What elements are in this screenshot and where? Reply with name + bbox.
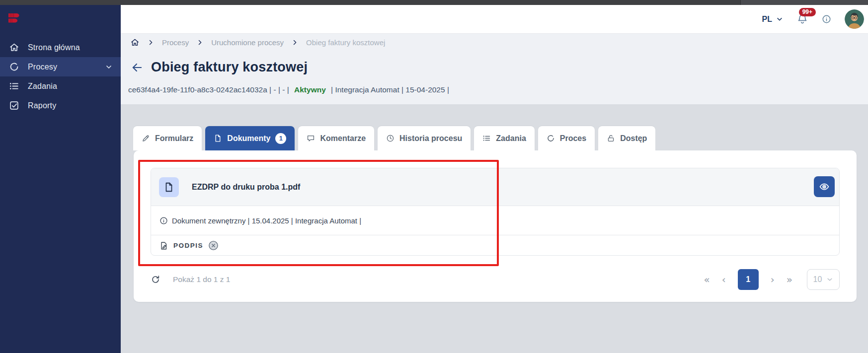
chevron-down-icon <box>105 63 113 71</box>
tab-label: Komentarze <box>320 134 366 143</box>
refresh-icon <box>151 275 160 284</box>
next-page-button[interactable]: › <box>771 275 775 284</box>
breadcrumb-item-uruchomione-procesy[interactable]: Uruchomione procesy <box>211 38 284 47</box>
process-meta: | Integracja Automat | 15-04-2025 | <box>331 85 449 94</box>
breadcrumb-item-procesy[interactable]: Procesy <box>162 38 189 47</box>
current-page-button[interactable]: 1 <box>738 269 759 290</box>
sidebar-item-label: Strona główna <box>28 43 113 52</box>
preview-document-button[interactable] <box>814 176 835 197</box>
tab-label: Zadania <box>496 134 526 143</box>
notifications-badge: 99+ <box>799 8 816 16</box>
document-header-row: EZDRP do druku proba 1.pdf <box>151 168 839 206</box>
brand-flag-icon <box>7 12 22 29</box>
process-id: ce63f4a4-19fe-11f0-a8c3-0242ac14032a | -… <box>128 85 289 94</box>
page-title: Obieg faktury kosztowej <box>151 60 308 75</box>
back-button[interactable] <box>131 61 144 74</box>
language-label: PL <box>762 15 772 24</box>
status-badge: Aktywny <box>294 85 326 94</box>
pagination-controls: « ‹ 1 › » 10 <box>704 269 840 290</box>
signature-icon <box>159 241 168 250</box>
sidebar: Strona głównaProcesyZadaniaRaporty <box>0 5 121 353</box>
avatar-image <box>845 9 864 29</box>
title-row: Obieg faktury kosztowej <box>131 60 308 75</box>
sidebar-item-strona-glowna[interactable]: Strona główna <box>0 38 121 57</box>
sidebar-item-label: Procesy <box>28 63 105 71</box>
tab-count-badge: 1 <box>275 133 286 144</box>
signature-label: PODPIS <box>173 242 203 249</box>
tasks-icon <box>9 81 19 91</box>
browser-top-strip <box>0 0 868 5</box>
breadcrumb-item-obieg-faktury-kosztowej: Obieg faktury kosztowej <box>306 38 385 47</box>
eye-icon <box>819 181 830 192</box>
tab-label: Dokumenty <box>227 134 270 143</box>
tab-dokumenty[interactable]: Dokumenty1 <box>205 126 295 150</box>
previous-page-button[interactable]: ‹ <box>722 275 726 284</box>
app-logo[interactable] <box>7 12 22 29</box>
sidebar-item-raporty[interactable]: Raporty <box>0 96 121 115</box>
tab-bar: FormularzDokumenty1KomentarzeHistoria pr… <box>133 126 655 150</box>
tab-label: Dostęp <box>620 134 647 143</box>
process-icon <box>9 62 19 72</box>
chevron-right-icon <box>197 39 203 46</box>
notifications-button[interactable]: 99+ <box>796 13 808 25</box>
document-card: EZDRP do druku proba 1.pdf Dokument zewn… <box>151 168 840 256</box>
chevron-down-icon <box>826 276 833 283</box>
process-subtitle: ce63f4a4-19fe-11f0-a8c3-0242ac14032a | -… <box>128 85 449 94</box>
reports-icon <box>9 100 19 111</box>
page-size-value: 10 <box>813 275 822 284</box>
document-meta-text: Dokument zewnętrzny | 15.04.2025 | Integ… <box>172 216 361 225</box>
documents-panel: EZDRP do druku proba 1.pdf Dokument zewn… <box>134 150 857 302</box>
chevron-right-icon <box>148 39 154 46</box>
process-icon <box>547 134 555 142</box>
pagination-summary-group: Pokaż 1 do 1 z 1 <box>151 275 230 284</box>
lock-open-icon <box>607 134 615 142</box>
document-icon <box>214 134 222 142</box>
tab-dostep[interactable]: Dostęp <box>598 126 655 150</box>
info-circle-icon <box>159 216 168 225</box>
document-filename[interactable]: EZDRP do druku proba 1.pdf <box>192 183 300 192</box>
chevron-down-icon <box>776 16 783 23</box>
tab-label: Historia procesu <box>399 134 462 143</box>
last-page-button[interactable]: » <box>787 275 792 284</box>
pencil-icon <box>142 134 150 142</box>
file-type-badge <box>159 177 179 197</box>
document-signature-row: PODPIS <box>151 235 839 256</box>
user-avatar[interactable] <box>845 9 864 29</box>
tab-label: Proces <box>560 134 586 143</box>
chevron-right-icon <box>292 39 298 46</box>
file-icon <box>163 182 174 193</box>
comment-icon <box>307 134 315 142</box>
clock-icon <box>386 134 395 142</box>
tab-proces[interactable]: Proces <box>538 126 595 150</box>
header-bar: PL 99+ <box>121 5 868 34</box>
info-icon <box>822 14 831 24</box>
pagination-bar: Pokaż 1 do 1 z 1 « ‹ 1 › » 10 <box>151 269 840 290</box>
remove-signature-button[interactable] <box>208 240 219 251</box>
home-icon <box>9 42 19 53</box>
circle-x-icon <box>208 240 219 251</box>
first-page-button[interactable]: « <box>704 275 710 284</box>
language-selector[interactable]: PL <box>762 15 783 24</box>
tasks-icon <box>482 134 491 142</box>
tab-formularz[interactable]: Formularz <box>133 126 202 150</box>
browser-top-strip-segment <box>740 0 868 5</box>
sidebar-nav: Strona głównaProcesyZadaniaRaporty <box>0 38 121 115</box>
sidebar-item-label: Raporty <box>28 101 113 110</box>
sidebar-item-label: Zadania <box>28 82 113 91</box>
tab-historia-procesu[interactable]: Historia procesu <box>378 126 471 150</box>
info-button[interactable] <box>822 14 831 24</box>
refresh-button[interactable] <box>151 275 160 284</box>
page-size-select[interactable]: 10 <box>807 269 840 290</box>
home-icon[interactable] <box>130 38 140 47</box>
tab-zadania[interactable]: Zadania <box>474 126 534 150</box>
document-meta-row: Dokument zewnętrzny | 15.04.2025 | Integ… <box>151 206 839 235</box>
sidebar-item-zadania[interactable]: Zadania <box>0 76 121 96</box>
tab-komentarze[interactable]: Komentarze <box>298 126 374 150</box>
tab-label: Formularz <box>155 134 193 143</box>
pagination-summary: Pokaż 1 do 1 z 1 <box>173 275 230 284</box>
app-window: Strona głównaProcesyZadaniaRaporty PL 99… <box>0 0 868 353</box>
arrow-left-icon <box>131 61 144 74</box>
sidebar-item-procesy[interactable]: Procesy <box>0 57 121 76</box>
breadcrumb: ProcesyUruchomione procesyObieg faktury … <box>130 38 385 47</box>
